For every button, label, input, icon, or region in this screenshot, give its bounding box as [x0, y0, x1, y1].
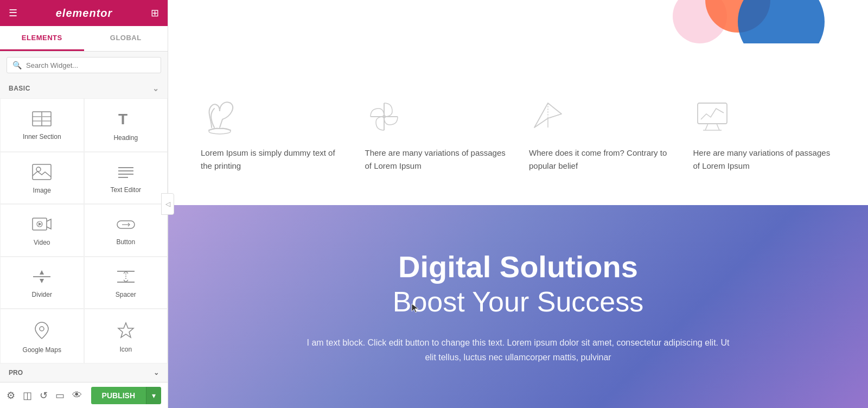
widget-image-label: Image [33, 187, 51, 194]
widget-button-label: Button [116, 238, 135, 246]
canvas-inner: Lorem Ipsum is simply dummy text of the … [168, 0, 868, 408]
widget-google-maps-label: Google Maps [23, 346, 61, 354]
hero-title-light: Boost Your Success [393, 285, 644, 318]
google-maps-icon [33, 321, 50, 342]
svg-point-31 [382, 115, 386, 118]
responsive-icon[interactable]: ▭ [55, 390, 65, 401]
elementor-logo: elementor [56, 7, 113, 20]
feature-text-2: There are many variations of passages of… [365, 146, 508, 173]
search-box: 🔍 [7, 57, 161, 73]
widget-heading[interactable]: T Heading [84, 98, 168, 152]
svg-line-38 [717, 124, 719, 130]
svg-point-26 [209, 129, 231, 134]
sidebar-tabs: ELEMENTS GLOBAL [0, 26, 168, 52]
paper-plane-icon [529, 98, 567, 136]
widget-divider-label: Divider [32, 291, 52, 298]
widget-icon[interactable]: Icon [84, 309, 168, 364]
feature-text-4: Here are many variations of passages of … [693, 146, 836, 173]
feature-text-3: Where does it come from? Contrary to pop… [529, 146, 672, 173]
feature-item-3: Where does it come from? Contrary to pop… [529, 98, 672, 173]
history-icon[interactable]: ↺ [40, 390, 48, 401]
pinwheel-icon [365, 98, 403, 136]
layers-icon[interactable]: ◫ [23, 390, 32, 401]
svg-text:T: T [118, 111, 127, 127]
grid-icon[interactable]: ⊞ [151, 7, 159, 19]
widget-video-label: Video [34, 239, 50, 246]
feature-item-1: Lorem Ipsum is simply dummy text of the … [201, 98, 343, 173]
tab-elements[interactable]: ELEMENTS [0, 26, 84, 51]
features-row: Lorem Ipsum is simply dummy text of the … [201, 98, 835, 173]
widget-inner-section-label: Inner Section [23, 133, 61, 141]
publish-button[interactable]: PUBLISH [91, 387, 146, 404]
image-icon [32, 164, 52, 182]
svg-marker-20 [40, 279, 44, 283]
pro-label: PRO [9, 369, 23, 377]
text-editor-icon [116, 164, 136, 182]
section-top: Lorem Ipsum is simply dummy text of the … [168, 43, 868, 205]
svg-marker-19 [40, 270, 44, 275]
icon-icon [117, 322, 135, 341]
widget-button[interactable]: Button [84, 204, 168, 257]
sidebar-header: ☰ elementor ⊞ [0, 0, 168, 26]
widget-divider[interactable]: Divider [0, 257, 84, 309]
svg-point-24 [40, 327, 44, 331]
tab-global[interactable]: GLOBAL [84, 26, 168, 51]
widget-image[interactable]: Image [0, 152, 84, 205]
circle-blue [738, 0, 825, 43]
plant-icon [201, 98, 239, 136]
canvas: Lorem Ipsum is simply dummy text of the … [168, 0, 868, 408]
search-area: 🔍 [0, 52, 168, 79]
widget-inner-section[interactable]: Inner Section [0, 98, 84, 152]
search-icon: 🔍 [12, 61, 22, 69]
widget-text-editor[interactable]: Text Editor [84, 152, 168, 205]
publish-dropdown-button[interactable]: ▾ [146, 387, 161, 404]
widget-spacer[interactable]: Spacer [84, 257, 168, 309]
svg-point-8 [36, 167, 41, 171]
pro-section-label: PRO ⌄ [0, 364, 168, 382]
basic-label: BASIC [9, 85, 30, 92]
preview-icon[interactable]: 👁 [72, 390, 82, 401]
sidebar: ☰ elementor ⊞ ELEMENTS GLOBAL 🔍 BASIC ⌄ [0, 0, 168, 408]
widget-video[interactable]: Video [0, 204, 84, 257]
decorative-top [168, 0, 868, 43]
svg-line-37 [705, 124, 708, 130]
search-input[interactable] [26, 61, 155, 69]
feature-text-1: Lorem Ipsum is simply dummy text of the … [201, 146, 343, 173]
pro-chevron[interactable]: ⌄ [154, 369, 159, 377]
widget-heading-label: Heading [113, 134, 138, 142]
widget-text-editor-label: Text Editor [110, 186, 141, 194]
widget-spacer-label: Spacer [116, 291, 136, 298]
video-icon [32, 216, 52, 234]
sidebar-footer: ⚙ ◫ ↺ ▭ 👁 PUBLISH ▾ [0, 382, 168, 408]
heading-icon: T [117, 110, 135, 130]
basic-chevron[interactable]: ⌄ [152, 84, 159, 93]
monitor-icon [693, 98, 731, 136]
widget-icon-label: Icon [119, 346, 132, 353]
widgets-grid: Inner Section T Heading Image [0, 98, 168, 364]
feature-item-2: There are many variations of passages of… [365, 98, 508, 173]
publish-btn-group: PUBLISH ▾ [91, 387, 161, 404]
spacer-icon [116, 269, 136, 286]
svg-rect-36 [698, 103, 727, 124]
button-icon [116, 216, 136, 234]
widget-google-maps[interactable]: Google Maps [0, 309, 84, 364]
settings-icon[interactable]: ⚙ [7, 390, 15, 401]
svg-rect-7 [33, 164, 51, 180]
collapse-handle[interactable]: ◁ [161, 193, 174, 215]
basic-section-label: BASIC ⌄ [0, 79, 168, 98]
hamburger-icon[interactable]: ☰ [9, 7, 17, 19]
footer-icons: ⚙ ◫ ↺ ▭ 👁 [7, 390, 82, 401]
section-bottom: Digital Solutions Boost Your Success I a… [168, 205, 868, 408]
svg-marker-15 [39, 222, 42, 226]
inner-section-icon [32, 111, 52, 129]
feature-item-4: Here are many variations of passages of … [693, 98, 836, 173]
svg-marker-25 [118, 323, 133, 337]
hero-subtitle: I am text block. Click edit button to ch… [307, 335, 730, 365]
divider-icon [32, 269, 52, 286]
hero-title-bold: Digital Solutions [398, 248, 638, 285]
